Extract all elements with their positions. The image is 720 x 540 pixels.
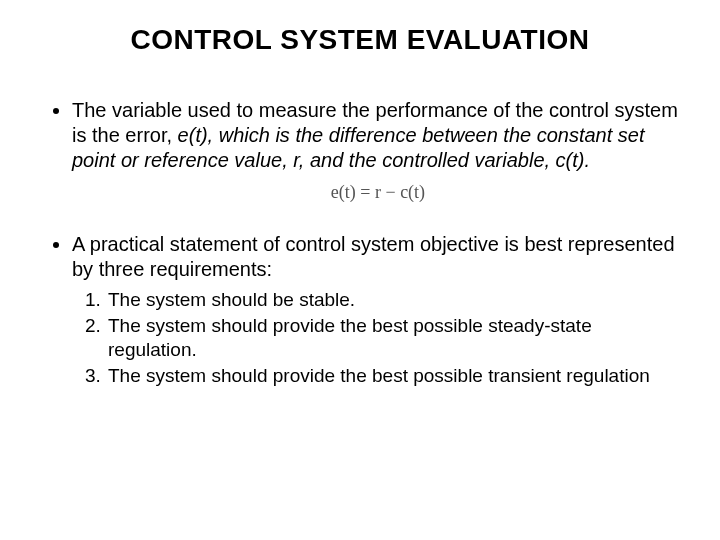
page-title: CONTROL SYSTEM EVALUATION xyxy=(36,24,684,56)
requirements-list: The system should be stable. The system … xyxy=(72,288,684,389)
bullet2-text: A practical statement of control system … xyxy=(72,233,675,280)
main-bullets: The variable used to measure the perform… xyxy=(36,98,684,389)
bullet-error-definition: The variable used to measure the perform… xyxy=(72,98,684,204)
equation: e(t) = r − c(t) xyxy=(72,181,684,204)
requirement-1: The system should be stable. xyxy=(106,288,684,312)
requirement-3: The system should provide the best possi… xyxy=(106,364,684,388)
requirement-2: The system should provide the best possi… xyxy=(106,314,684,363)
bullet-objective: A practical statement of control system … xyxy=(72,232,684,389)
